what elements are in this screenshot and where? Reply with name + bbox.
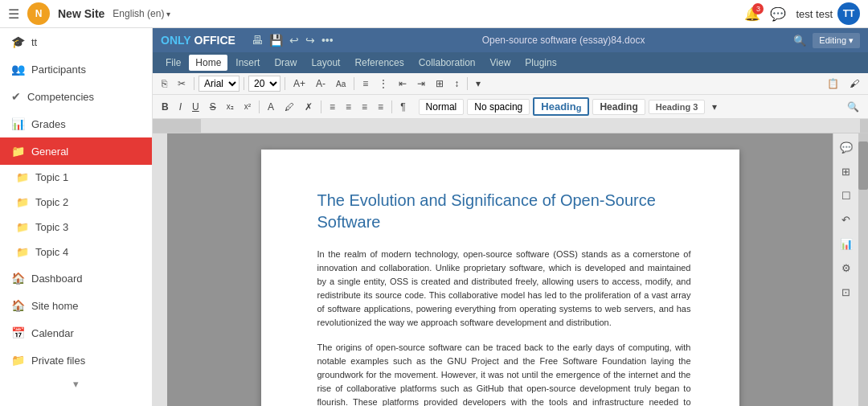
horizontal-ruler [153,119,868,133]
sidebar-label-general: General [31,146,141,158]
subscript-button[interactable]: x₂ [223,100,238,113]
notifications-button[interactable]: 🔔 3 [744,6,760,22]
editor-quick-tools: 🖶 💾 ↩ ↪ ••• [252,34,334,47]
rt-chart-button[interactable]: 📊 [837,235,855,252]
language-selector[interactable]: English (en) ▾ [113,8,170,19]
menu-home[interactable]: Home [189,55,227,71]
justify-button[interactable]: ≡ [374,99,387,115]
list-unordered-button[interactable]: ≡ [358,76,372,92]
oo-logo-office: OFFICE [194,34,235,47]
document-page: The Evolution and Significance of Open-S… [261,150,739,406]
save-icon[interactable]: 💾 [269,34,283,47]
menu-references[interactable]: References [348,55,410,71]
align-center-button[interactable]: ≡ [342,99,355,115]
sidebar-item-topic2[interactable]: 📁 Topic 2 [0,190,152,215]
bold-button[interactable]: B [158,99,173,115]
paragraph-button[interactable]: ¶ [396,99,409,115]
menu-view[interactable]: View [484,55,518,71]
menu-bar: File Home Insert Draw Layout References … [153,52,868,73]
sidebar-item-topic4[interactable]: 📁 Topic 4 [0,240,152,265]
scrollbar-thumb[interactable] [858,141,868,190]
sidebar-item-dashboard[interactable]: 🏠 Dashboard [0,265,152,292]
sidebar-item-site-home[interactable]: 🏠 Site home [0,292,152,319]
sidebar-item-topic3[interactable]: 📁 Topic 3 [0,215,152,240]
font-size-select[interactable]: 20 [248,76,280,92]
sidebar-item-participants[interactable]: 👥 Participants [0,55,152,83]
user-avatar: TT [837,2,860,25]
style-heading3-button[interactable]: Heading 3 [649,100,706,114]
document-heading: The Evolution and Significance of Open-S… [317,190,691,233]
editor-extras-button[interactable]: 🔍 [843,99,863,115]
style-heading1-button[interactable]: Heading [533,97,589,116]
align-right-button[interactable]: ≡ [358,99,371,115]
sidebar-item-competencies[interactable]: ✔ Competencies [0,83,152,110]
case-button[interactable]: Aa [332,77,350,91]
clear-format-button[interactable]: ✗ [301,99,317,115]
user-menu[interactable]: test test TT [796,2,860,25]
rt-grid-button[interactable]: ⊞ [837,162,855,180]
editing-mode-button[interactable]: Editing ▾ [813,33,860,48]
editor-right-controls: 🔍 Editing ▾ [793,33,860,48]
redo-icon[interactable]: ↪ [305,34,315,47]
table-button[interactable]: ⊞ [432,76,448,92]
document-scroll-area[interactable]: The Evolution and Significance of Open-S… [167,133,833,406]
menu-insert[interactable]: Insert [229,55,266,71]
style-normal-button[interactable]: Normal [419,99,465,115]
menu-file[interactable]: File [159,55,187,71]
rt-misc-button[interactable]: ⊡ [837,283,855,301]
topic1-folder-icon: 📁 [16,171,29,183]
align-left-button[interactable]: ≡ [326,99,339,115]
hamburger-menu-icon[interactable]: ☰ [8,6,19,22]
sidebar-item-tt[interactable]: 🎓 tt [0,28,152,55]
list-ordered-button[interactable]: ⋮ [375,76,392,92]
line-spacing-button[interactable]: ↕ [450,76,463,92]
undo-icon[interactable]: ↩ [289,34,299,47]
sidebar-label-topic4: Topic 4 [35,246,68,258]
more-styles-dropdown[interactable]: ▾ [708,99,721,115]
vertical-scrollbar[interactable] [858,133,868,406]
highlight-button[interactable]: 🖊 [280,99,298,115]
style-heading2-button[interactable]: Heading [592,99,645,115]
rt-comments-button[interactable]: 💬 [837,138,855,156]
messages-icon[interactable]: 💬 [770,6,786,22]
indent-decrease-button[interactable]: ⇤ [395,76,411,92]
underline-button[interactable]: U [188,99,203,115]
sidebar-item-grades[interactable]: 📊 Grades [0,110,152,137]
superscript-button[interactable]: x² [240,100,255,113]
divider-8 [391,100,392,113]
user-initials: TT [843,8,855,19]
indent-increase-button[interactable]: ⇥ [413,76,429,92]
sidebar-item-general[interactable]: 📁 General [0,137,152,165]
increase-font-button[interactable]: A+ [289,76,309,92]
menu-plugins[interactable]: Plugins [518,55,563,71]
style-no-spacing-button[interactable]: No spacing [467,99,530,115]
participants-icon: 👥 [11,63,25,76]
paste-button[interactable]: 📋 [823,76,843,92]
sidebar-item-calendar[interactable]: 📅 Calendar [0,319,152,347]
sidebar-item-topic1[interactable]: 📁 Topic 1 [0,165,152,190]
search-icon[interactable]: 🔍 [793,35,806,47]
document-title: Open-source software (essay)84.docx [342,35,786,46]
menu-draw[interactable]: Draw [268,55,303,71]
strikethrough-button[interactable]: S [206,99,220,115]
font-color-button[interactable]: A [264,99,278,115]
sidebar-label-private-files: Private files [31,355,141,367]
more-icon[interactable]: ••• [321,34,334,47]
print-icon[interactable]: 🖶 [252,34,263,47]
chevron-down-icon: ▾ [166,10,170,18]
rt-undo-button[interactable]: ↶ [837,211,855,228]
more-styles-button[interactable]: ▾ [472,76,485,92]
menu-layout[interactable]: Layout [305,55,346,71]
decrease-font-button[interactable]: A- [312,76,330,92]
font-family-select[interactable]: Arial [199,76,240,92]
cut-button[interactable]: ✂ [174,76,190,92]
rt-image-button[interactable]: ☐ [837,187,855,204]
editor-container: ONLYOFFICE 🖶 💾 ↩ ↪ ••• Open-source softw… [153,28,868,406]
rt-settings-button[interactable]: ⚙ [837,259,855,277]
copy-button[interactable]: ⎘ [158,76,171,92]
sidebar-scroll-down[interactable]: ▾ [0,374,152,394]
menu-collaboration[interactable]: Collaboration [412,55,482,71]
format-painter-button[interactable]: 🖌 [845,76,863,92]
sidebar-item-private-files[interactable]: 📁 Private files [0,347,152,374]
italic-button[interactable]: I [175,99,186,115]
